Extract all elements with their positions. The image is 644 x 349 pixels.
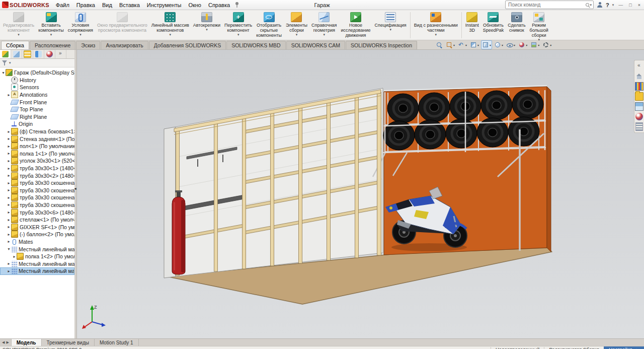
tree-item[interactable]: Sensors <box>0 84 74 91</box>
help-dropdown-icon[interactable]: ▾ <box>612 3 614 7</box>
command-tab[interactable]: Добавления SOLIDWORKS <box>149 41 226 49</box>
tree-item[interactable]: ▸(ф) Стенка боковая<1> (По умо <box>0 128 74 135</box>
command-tab[interactable]: Расположение <box>30 41 75 49</box>
minimize-button[interactable]: — <box>617 3 624 8</box>
scene-svg[interactable]: Z <box>77 50 644 338</box>
expander-icon[interactable]: ▸ <box>7 239 11 244</box>
section-view-button[interactable]: ▾ <box>469 40 480 49</box>
property-manager-tab[interactable] <box>11 50 22 58</box>
tree-item[interactable]: ▸труба 30x30 скошенная<3> (500< <box>0 194 74 201</box>
expander-icon[interactable]: ▸ <box>12 254 17 259</box>
file-explorer-button[interactable] <box>635 92 643 101</box>
dropdown-arrow-icon[interactable]: ▾ <box>237 33 239 36</box>
tree-item[interactable]: ▸GIXXER SF<1> (По умолчанию< <box>0 223 74 231</box>
dimxpert-manager-tab[interactable] <box>33 50 44 58</box>
expander-icon[interactable]: ▸ <box>7 269 11 273</box>
menu-item[interactable]: Вид <box>99 1 116 10</box>
tree-item[interactable]: ▸Стенка задняя<1> (По умолчан <box>0 135 74 143</box>
expander-icon[interactable]: ▸ <box>7 261 11 266</box>
tree-item[interactable]: ▸труба 30x30<1> (1480<<По умол <box>0 165 74 172</box>
expander-icon[interactable]: ▸ <box>7 232 11 237</box>
configuration-manager-tab[interactable] <box>22 50 33 58</box>
apply-scene-button[interactable]: ▾ <box>529 40 540 49</box>
dropdown-arrow-icon[interactable]: ▾ <box>389 28 391 31</box>
tree-item[interactable]: Front Plane <box>0 98 74 106</box>
graphics-viewport[interactable]: Z <box>77 50 644 338</box>
close-button[interactable]: × <box>636 3 642 8</box>
expander-icon[interactable]: ▸ <box>7 151 11 156</box>
doc-tab[interactable]: Трехмерные виды <box>42 339 95 346</box>
menu-item[interactable]: Файл <box>52 1 73 10</box>
dropdown-arrow-icon[interactable]: ▾ <box>18 33 20 36</box>
view-orientation-button[interactable]: ▾ <box>481 40 492 49</box>
maximize-button[interactable]: □ <box>627 3 633 8</box>
expander-icon[interactable]: ▸ <box>7 202 11 207</box>
pin-menu-icon[interactable] <box>234 2 239 8</box>
bom-button[interactable]: Спецификация▾ <box>373 11 409 40</box>
tree-item[interactable]: ▸Местный линейный массив2 <box>0 260 74 267</box>
expander-icon[interactable]: ▸ <box>7 195 11 200</box>
hide-show-items-button[interactable]: ▾ <box>505 40 516 49</box>
command-tab[interactable]: Сборка <box>1 41 29 49</box>
edit-appearance-button[interactable]: ▾ <box>517 40 528 49</box>
tree-item[interactable]: ▸пол<1> (По умолчанию<<По у <box>0 143 74 150</box>
menu-item[interactable]: Окно <box>185 1 205 10</box>
assembly-features-button[interactable]: Элементы сборки▾ <box>284 11 309 40</box>
expander-icon[interactable]: ▸ <box>7 159 11 163</box>
tree-item[interactable]: Origin <box>0 120 74 128</box>
tree-item[interactable]: ▸Местный линейный массив3 <box>0 267 74 275</box>
dropdown-arrow-icon[interactable]: ▾ <box>206 28 208 31</box>
expander-icon[interactable]: ▸ <box>7 225 11 229</box>
view-settings-button[interactable]: ▾ <box>541 40 552 49</box>
tree-item[interactable]: ▸труба 30x30<6> (1480<<По умо <box>0 208 74 216</box>
orange-side-wall[interactable] <box>547 87 551 252</box>
tree-item[interactable]: ▸труба 30x30 скошенная<2> (500< <box>0 187 74 194</box>
dropdown-arrow-icon[interactable]: ▾ <box>169 33 171 36</box>
motion-study-button[interactable]: Новое исследование движения <box>339 11 373 40</box>
menu-item[interactable]: Правка <box>73 1 99 10</box>
linear-pattern-button[interactable]: Линейный массив компонентов▾ <box>149 11 191 40</box>
speedpak-button[interactable]: Обновить SpeedPak <box>481 11 506 40</box>
tree-item[interactable]: ▸Annotations <box>0 91 74 99</box>
dropdown-arrow-icon[interactable]: ▾ <box>502 43 503 47</box>
expander-icon[interactable]: ▸ <box>7 188 11 192</box>
exploded-view-button[interactable]: Вид с разнесенными частями▾ <box>412 11 460 40</box>
solidworks-resources-button[interactable] <box>635 72 643 81</box>
show-hidden-button[interactable]: Отобразить скрытые компоненты <box>254 11 284 40</box>
dropdown-arrow-icon[interactable]: ▾ <box>79 33 82 36</box>
tree-item[interactable]: ▸труба 30x30 скошенная<1> (800< <box>0 179 74 187</box>
smart-fasteners-button[interactable]: Автокрепежи▾ <box>191 11 222 40</box>
mate-button[interactable]: Условия сопряжения▾ <box>66 11 95 40</box>
back-wall[interactable] <box>176 88 383 276</box>
feature-manager-tab[interactable] <box>0 50 11 58</box>
tree-item[interactable]: Right Plane <box>0 113 74 121</box>
dropdown-arrow-icon[interactable]: ▾ <box>526 43 527 47</box>
search-input[interactable] <box>507 2 585 8</box>
dropdown-arrow-icon[interactable]: ▾ <box>50 33 52 36</box>
dropdown-arrow-icon[interactable]: ▾ <box>453 43 455 47</box>
menu-item[interactable]: Справка <box>205 1 233 10</box>
expander-icon[interactable]: ▸ <box>7 129 11 134</box>
scroll-first-icon[interactable]: ◀ <box>2 340 5 344</box>
command-tab[interactable]: SOLIDWORKS MBD <box>226 41 285 49</box>
filter-funnel-icon[interactable] <box>2 60 8 66</box>
doc-tab[interactable]: Motion Study 1 <box>95 339 139 346</box>
command-tab[interactable]: SOLIDWORKS CAM <box>286 41 345 49</box>
zoom-fit-button[interactable] <box>435 40 444 49</box>
dropdown-arrow-icon[interactable]: ▾ <box>477 43 479 47</box>
zoom-area-button[interactable]: ▾ <box>445 40 456 49</box>
tree-item[interactable]: ▸труба 30x30<2> (1480<<По умол <box>0 172 74 179</box>
search-icon[interactable] <box>585 3 590 8</box>
large-assembly-button[interactable]: Режим большой сборки▾ <box>528 11 550 40</box>
custom-properties-button[interactable] <box>635 122 643 131</box>
dropdown-arrow-icon[interactable]: ▾ <box>490 43 491 47</box>
view-palette-button[interactable] <box>635 102 643 111</box>
search-dropdown-icon[interactable]: ▾ <box>590 3 592 7</box>
doc-tab[interactable]: Модель <box>12 339 42 346</box>
display-style-button[interactable]: ▾ <box>493 40 504 49</box>
command-tab[interactable]: Анализировать <box>101 41 148 49</box>
tree-item[interactable]: History <box>0 77 74 84</box>
expand-tabs-tab[interactable] <box>55 50 66 58</box>
dropdown-arrow-icon[interactable]: ▾ <box>465 43 467 47</box>
scroll-last-icon[interactable]: ▶ <box>6 340 9 344</box>
